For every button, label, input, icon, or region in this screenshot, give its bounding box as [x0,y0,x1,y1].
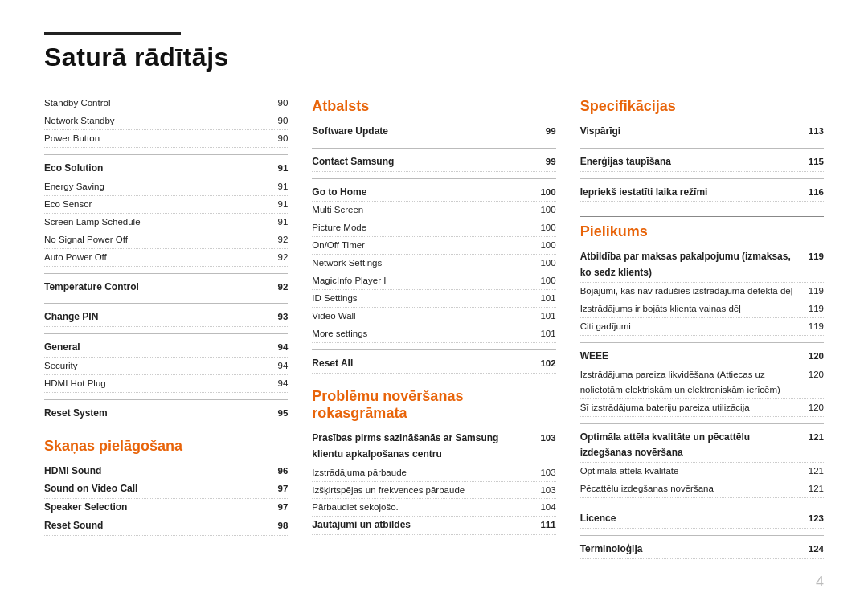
page: Saturā rādītājs Standby Control90Network… [0,0,868,613]
table-row: Power Button90 [44,130,288,148]
row-label: Contact Samsung [312,154,533,170]
col1: Standby Control90Network Standby90Power … [44,95,312,536]
row-number: 103 [534,483,556,498]
row-label: Network Settings [312,255,533,271]
page-title: Saturā rādītājs [44,43,824,72]
row-label: Izstrādājums ir bojāts klienta vainas dē… [580,301,801,317]
col1-items: Standby Control90Network Standby90Power … [44,95,288,423]
row-number: 97 [265,500,288,515]
table-row: Prasības pirms sazināšanās ar Samsung kl… [312,430,555,464]
section-divider [44,303,288,304]
row-label: WEEE [580,349,801,365]
row-number: 101 [534,309,556,324]
row-number: 119 [801,319,824,334]
row-label: Energy Saving [44,179,265,194]
table-row: Reset All102 [312,355,555,374]
section-divider [44,333,288,334]
table-row: Izstrādājuma pārbaude103 [312,464,555,482]
row-number: 92 [265,250,288,265]
row-label: Power Button [44,131,265,146]
specifikacijas-items: Vispārīgi113Enerģijas taupīšana115Ieprie… [580,123,824,202]
row-label: Šī izstrādājuma bateriju pareiza utilizā… [580,400,801,415]
title-bar [44,32,181,35]
section-divider [580,342,824,343]
row-label: Auto Power Off [44,250,265,265]
table-row: Pārbaudiet sekojošo.104 [312,499,555,517]
row-number: 91 [265,197,288,212]
table-row: Speaker Selection97 [44,499,288,517]
row-number: 91 [265,179,288,194]
row-number: 121 [801,430,824,445]
row-number: 102 [534,356,556,371]
table-row: Reset Sound98 [44,517,288,536]
row-number: 100 [534,255,556,271]
table-row: Energy Saving91 [44,178,288,196]
row-label: Reset All [312,356,533,372]
row-label: Screen Lamp Schedule [44,215,265,230]
section-divider [44,399,288,400]
pielikums-section: Pielikums Atbildība par maksas pakalpoju… [580,216,824,558]
section-divider [312,178,555,179]
table-row: Multi Screen100 [312,202,555,219]
table-row: Picture Mode100 [312,219,555,237]
row-number: 121 [801,481,824,497]
row-label: Izšķirtspējas un frekvences pārbaude [312,483,533,498]
table-row: Temperature Control92 [44,279,288,297]
row-number: 100 [534,202,556,218]
row-label: Temperature Control [44,280,265,296]
row-number: 92 [265,232,288,247]
row-label: General [44,340,265,356]
row-number: 111 [534,517,556,533]
row-label: Optimāla attēla kvalitāte [580,464,801,479]
row-label: Go to Home [312,185,533,201]
row-number: 100 [534,238,556,253]
row-label: HDMI Sound [44,464,265,480]
row-number: 94 [265,376,288,391]
row-number: 124 [801,541,824,557]
row-number: 91 [265,215,288,230]
row-number: 103 [534,431,556,446]
table-row: Iepriekš iestatīti laika režīmi116 [580,184,824,202]
row-number: 115 [801,154,824,170]
table-row: Network Standby90 [44,112,288,130]
table-row: Software Update99 [312,123,555,141]
row-label: Picture Mode [312,220,533,235]
row-number: 101 [534,291,556,306]
row-number: 94 [265,340,288,355]
row-label: Bojājumi, kas nav radušies izstrādājuma … [580,284,801,299]
table-row: Auto Power Off92 [44,249,288,267]
pielikums-items: Atbildība par maksas pakalpojumu (izmaks… [580,248,824,558]
table-row: Izstrādājuma pareiza likvidēšana (Attiec… [580,366,824,399]
row-number: 98 [265,518,288,533]
row-label: Reset Sound [44,518,265,534]
row-number: 121 [801,464,824,479]
row-number: 119 [801,301,824,317]
table-row: On/Off Timer100 [312,237,555,255]
problemu-heading: Problēmu novēršanas rokasgrāmata [312,388,555,422]
row-number: 93 [265,309,288,325]
table-row: WEEE120 [580,348,824,366]
table-row: Citi gadījumi119 [580,318,824,336]
row-label: Security [44,358,265,374]
table-row: HDMI Sound96 [44,463,288,481]
row-label: Video Wall [312,309,533,324]
row-number: 97 [265,481,288,497]
table-row: Izstrādājums ir bojāts klienta vainas dē… [580,300,824,318]
row-label: On/Off Timer [312,238,533,253]
specifikacijas-heading: Specifikācijas [580,98,824,115]
content-columns: Standby Control90Network Standby90Power … [44,95,824,559]
row-number: 101 [534,326,556,341]
row-number: 120 [801,400,824,415]
table-row: Atbildība par maksas pakalpojumu (izmaks… [580,248,824,283]
table-row: Vispārīgi113 [580,123,824,141]
row-label: Jautājumi un atbildes [312,517,533,533]
skaas-heading: Skaņas pielāgošana [44,438,288,455]
row-label: Enerģijas taupīšana [580,154,801,170]
col2: Atbalsts Software Update99Contact Samsun… [312,95,579,535]
row-label: Pārbaudiet sekojošo. [312,500,533,515]
row-number: 96 [265,464,288,479]
row-label: Eco Sensor [44,197,265,212]
row-label: Software Update [312,124,533,140]
row-number: 120 [801,349,824,364]
row-number: 119 [801,284,824,299]
